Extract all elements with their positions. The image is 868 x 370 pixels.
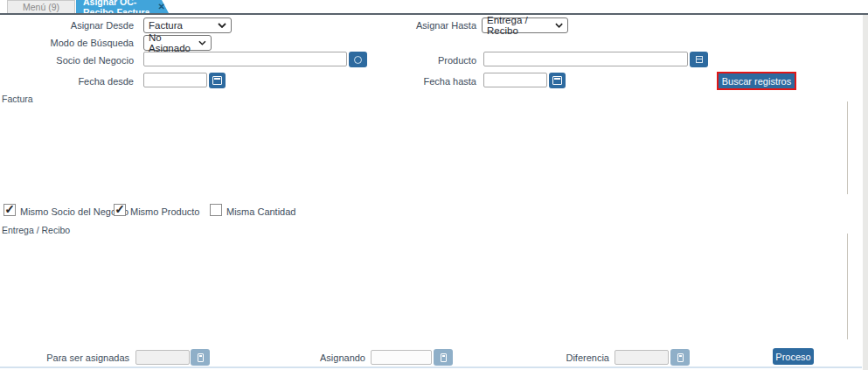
product-search-icon <box>696 56 703 63</box>
modo-busqueda-select[interactable]: No Asignado <box>143 35 212 51</box>
checkmark-icon: ✓ <box>115 204 125 214</box>
tab-asignar-oc-recibo-factura[interactable]: Asignar OC-Recibo-Factura ✕ <box>76 0 169 13</box>
modo-busqueda-label: Modo de Búsqueda <box>0 37 134 49</box>
asignando-calc-button[interactable] <box>434 349 453 366</box>
misma-cantidad-label: Misma Cantidad <box>226 206 295 217</box>
fecha-hasta-calendar-button[interactable] <box>549 73 566 88</box>
asignar-desde-select[interactable]: Factura <box>143 17 232 33</box>
chevron-down-icon <box>555 23 563 28</box>
asignar-desde-value: Factura <box>149 20 183 31</box>
chevron-down-icon <box>198 40 206 45</box>
tab-bar: Menú (9) Asignar OC-Recibo-Factura ✕ <box>0 0 868 13</box>
modo-busqueda-value: No Asignado <box>149 32 198 53</box>
asignar-hasta-value: Entrega / Recibo <box>487 15 555 36</box>
buscar-registros-highlight: Buscar registros <box>717 72 796 90</box>
calendar-icon <box>552 76 562 85</box>
entrega-panel-divider <box>847 234 848 339</box>
mismo-producto-checkbox[interactable]: ✓ <box>114 204 126 216</box>
close-icon[interactable]: ✕ <box>158 2 165 11</box>
diferencia-input <box>615 350 669 365</box>
mismo-socio-label: Mismo Socio del Negocio <box>20 206 128 217</box>
tab-menu[interactable]: Menú (9) <box>7 0 75 13</box>
factura-panel-divider <box>847 101 848 194</box>
calendar-icon <box>212 76 222 85</box>
asignar-hasta-select[interactable]: Entrega / Recibo <box>482 17 568 33</box>
chevron-down-icon <box>218 23 226 28</box>
asignar-desde-label: Asignar Desde <box>0 19 134 31</box>
fecha-desde-label: Fecha desde <box>0 75 134 87</box>
producto-search-button[interactable] <box>690 52 708 67</box>
tab-underline <box>0 13 868 15</box>
scrollbar-track[interactable] <box>863 15 868 370</box>
proceso-button[interactable]: Proceso <box>773 348 814 365</box>
producto-label: Producto <box>350 54 476 66</box>
producto-input[interactable] <box>483 52 688 66</box>
calculator-icon <box>677 353 684 362</box>
para-ser-asignadas-label: Para ser asignadas <box>0 352 129 364</box>
fecha-hasta-input[interactable] <box>483 73 547 87</box>
footer-divider <box>0 367 862 368</box>
mismo-socio-checkbox[interactable]: ✓ <box>3 204 16 216</box>
asignar-hasta-label: Asignar Hasta <box>350 19 476 31</box>
calculator-icon <box>441 353 447 362</box>
asignando-label: Asignando <box>262 352 365 364</box>
para-ser-asignadas-calc-button[interactable] <box>191 349 210 366</box>
entrega-section-label: Entrega / Recibo <box>2 225 70 235</box>
diferencia-label: Diferencia <box>507 352 609 364</box>
fecha-hasta-label: Fecha hasta <box>350 75 476 87</box>
socio-negocio-input[interactable] <box>143 52 347 66</box>
diferencia-calc-button[interactable] <box>670 349 690 366</box>
factura-section-label: Factura <box>2 94 33 104</box>
calculator-icon <box>198 353 204 362</box>
para-ser-asignadas-input <box>135 350 190 365</box>
asignando-input[interactable] <box>371 350 432 365</box>
buscar-registros-button[interactable]: Buscar registros <box>719 73 795 88</box>
assign-po-receipt-invoice-window: Menú (9) Asignar OC-Recibo-Factura ✕ Asi… <box>0 0 868 370</box>
socio-negocio-label: Socio del Negocio <box>0 54 134 66</box>
fecha-desde-calendar-button[interactable] <box>209 73 226 88</box>
tab-menu-label: Menú (9) <box>23 2 59 12</box>
fecha-desde-input[interactable] <box>143 73 207 87</box>
mismo-producto-label: Mismo Producto <box>130 206 199 217</box>
misma-cantidad-checkbox[interactable] <box>210 204 222 216</box>
checkmark-icon: ✓ <box>4 204 15 214</box>
